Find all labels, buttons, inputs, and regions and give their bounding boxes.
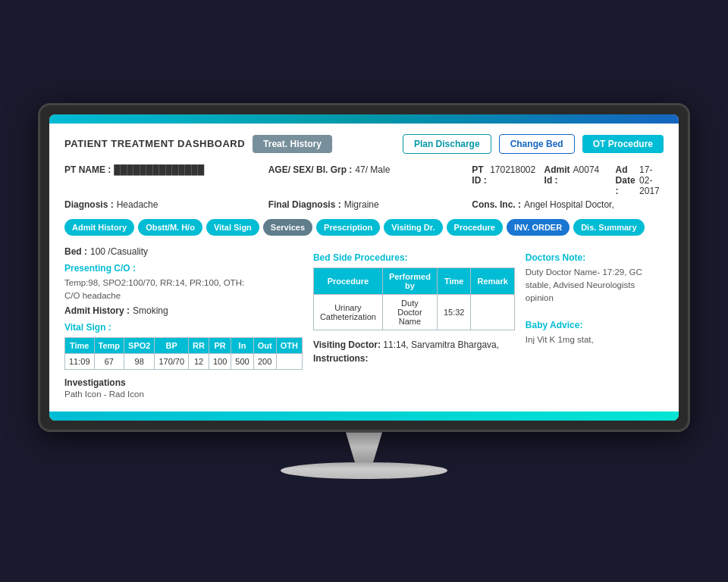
stand-neck — [334, 432, 394, 462]
admit-history-label: Admit History : — [64, 305, 130, 316]
vital-col-temp: Temp — [94, 338, 124, 354]
cons-inc-row: Cons. Inc. : Angel Hospital Doctor, — [472, 199, 664, 210]
page-title: PATIENT TREATMENT DASHBOARD — [64, 138, 245, 149]
vital-cell-spo2: 98 — [124, 354, 155, 370]
vital-cell-bp: 170/70 — [155, 354, 189, 370]
patient-info-grid: PT NAME : ██████████████ AGE/ SEX/ Bl. G… — [64, 164, 664, 210]
doctors-note-text: Duty Doctor Name- 17:29, GC stable, Advi… — [526, 266, 664, 305]
instructions-label: Instructions: — [313, 353, 369, 364]
top-gradient-bar — [49, 114, 679, 124]
screen-inner: PATIENT TREATMENT DASHBOARD Treat. Histo… — [49, 114, 679, 421]
right-column: Doctors Note: Duty Doctor Name- 17:29, G… — [526, 246, 664, 402]
presenting-co-title: Presenting C/O : — [64, 263, 303, 274]
doctors-note-title: Doctors Note: — [526, 252, 664, 263]
co-text: C/O headache — [64, 289, 303, 302]
tab-dis-summary[interactable]: Dis. Summary — [573, 219, 644, 236]
admit-history-value: Smoking — [133, 305, 168, 316]
vital-sign-title: Vital Sign : — [64, 322, 303, 333]
vital-col-out: Out — [253, 338, 276, 354]
bed-row: Bed : 100 /Casuality — [64, 246, 303, 257]
ad-date-label: Ad Date : — [616, 164, 636, 196]
tabs-row: Admit History Obstt/M. H/o Vital Sign Se… — [64, 219, 664, 236]
tab-visiting-dr[interactable]: Visiting Dr. — [384, 219, 442, 236]
vital-cell-pr: 100 — [209, 354, 231, 370]
instructions-row: Instructions: — [313, 353, 515, 364]
proc-cell-procedure: Urinary Catheterization — [313, 294, 382, 330]
tab-procedure[interactable]: Procedure — [447, 219, 503, 236]
vital-col-pr: PR — [209, 338, 231, 354]
proc-cell-time: 15:32 — [437, 294, 471, 330]
visiting-info: Visiting Doctor: 11:14, Sarvamitra Bharg… — [313, 340, 515, 350]
vital-cell-rr: 12 — [189, 354, 209, 370]
visiting-value: 11:14, Sarvamitra Bhargava, — [383, 340, 499, 350]
treat-history-button[interactable]: Treat. History — [253, 135, 332, 153]
age-row: AGE/ SEX/ Bl. Grp : 47/ Male — [268, 164, 460, 196]
plan-discharge-button[interactable]: Plan Discharge — [403, 134, 491, 154]
final-diagnosis-row: Final Diagnosis : Migraine — [268, 199, 460, 210]
ot-procedure-button[interactable]: OT Procedure — [582, 135, 664, 153]
table-row: Urinary Catheterization Duty Doctor Name… — [313, 294, 514, 330]
cons-inc-label: Cons. Inc. : — [472, 199, 521, 210]
monitor-stand — [281, 432, 447, 479]
monitor-screen: PATIENT TREATMENT DASHBOARD Treat. Histo… — [38, 103, 690, 433]
proc-col-remark: Remark — [471, 268, 514, 294]
tab-vital-sign[interactable]: Vital Sign — [206, 219, 259, 236]
investigations-title: Investigations — [64, 377, 303, 388]
admit-id-value: A0074 — [573, 164, 600, 175]
proc-cell-remark — [471, 294, 514, 330]
visiting-label: Visiting Doctor: — [313, 340, 381, 350]
monitor-wrapper: PATIENT TREATMENT DASHBOARD Treat. Histo… — [38, 103, 690, 480]
pt-id-label: PT ID : — [472, 164, 487, 186]
pt-name-label: PT NAME : — [64, 164, 111, 175]
proc-col-procedure: Procedure — [313, 268, 382, 294]
bedside-title: Bed Side Procedures: — [313, 252, 515, 263]
tab-admit-history[interactable]: Admit History — [64, 219, 134, 236]
patient-name-row: PT NAME : ██████████████ — [64, 164, 256, 196]
pt-name-value: ██████████████ — [114, 164, 204, 175]
cons-inc-value: Angel Hospital Doctor, — [524, 199, 614, 210]
final-diagnosis-value: Migraine — [344, 199, 379, 210]
left-column: Bed : 100 /Casuality Presenting C/O : Te… — [64, 246, 303, 402]
vital-col-rr: RR — [189, 338, 209, 354]
baby-advice-text: Inj Vit K 1mg stat, — [526, 333, 664, 346]
header-row: PATIENT TREATMENT DASHBOARD Treat. Histo… — [64, 134, 664, 154]
vital-col-oth: OTH — [276, 338, 302, 354]
vital-sign-table: Time Temp SPO2 BP RR PR In Out OTH — [64, 337, 303, 370]
baby-advice-title: Baby Advice: — [526, 320, 664, 330]
stand-base — [281, 462, 447, 479]
change-bed-button[interactable]: Change Bed — [499, 134, 575, 154]
age-label: AGE/ SEX/ Bl. Grp : — [268, 164, 353, 175]
vital-cell-in: 500 — [231, 354, 253, 370]
bottom-gradient-bar — [49, 411, 679, 421]
tab-services[interactable]: Services — [263, 219, 312, 236]
vital-cell-time: 11:09 — [65, 354, 95, 370]
main-content: Bed : 100 /Casuality Presenting C/O : Te… — [64, 246, 664, 402]
tab-prescription[interactable]: Prescription — [316, 219, 380, 236]
proc-cell-performed-by: Duty Doctor Name — [382, 294, 437, 330]
admit-id-label: Admit Id : — [544, 164, 570, 186]
pt-id-row: PT ID : 170218002 Admit Id : A0074 Ad Da… — [472, 164, 664, 196]
proc-col-time: Time — [437, 268, 471, 294]
diagnosis-row: Diagnosis : Headache — [64, 199, 256, 210]
vital-cell-temp: 67 — [94, 354, 124, 370]
vital-col-spo2: SPO2 — [124, 338, 155, 354]
investigations-text: Path Icon - Rad Icon — [64, 388, 303, 401]
ad-date-value: 17-02-2017 — [639, 164, 664, 196]
table-row: 11:09 67 98 170/70 12 100 500 200 — [65, 354, 303, 370]
bed-label: Bed : — [64, 246, 87, 257]
tab-obstt[interactable]: Obstt/M. H/o — [138, 219, 202, 236]
diagnosis-label: Diagnosis : — [64, 199, 114, 210]
middle-column: Bed Side Procedures: Procedure Performed… — [313, 246, 515, 402]
vital-cell-out: 200 — [253, 354, 276, 370]
final-diagnosis-label: Final Diagnosis : — [268, 199, 341, 210]
tab-inv-order[interactable]: INV. ORDER — [507, 219, 570, 236]
bed-value: 100 /Casuality — [90, 246, 148, 257]
vital-col-bp: BP — [155, 338, 189, 354]
procedure-table: Procedure Performed by Time Remark Urina… — [313, 268, 515, 330]
dashboard-content: PATIENT TREATMENT DASHBOARD Treat. Histo… — [49, 124, 679, 412]
vital-col-in: In — [231, 338, 253, 354]
age-value: 47/ Male — [355, 164, 390, 175]
investigations-section: Investigations Path Icon - Rad Icon — [64, 377, 303, 401]
admit-history-row: Admit History : Smoking — [64, 305, 303, 316]
proc-col-performed-by: Performed by — [382, 268, 437, 294]
